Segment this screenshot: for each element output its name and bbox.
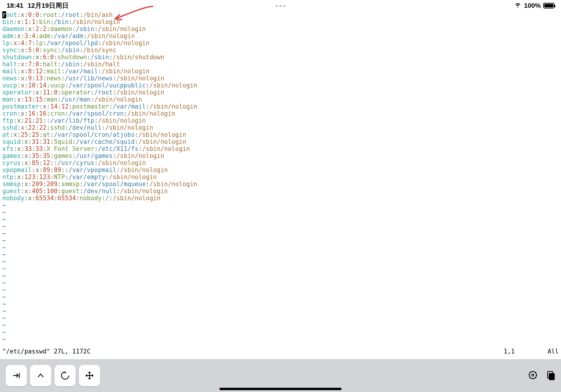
vim-tilde-line: ~ [2, 230, 561, 237]
vim-tilde-line: ~ [2, 244, 561, 251]
paste-icon[interactable] [545, 370, 555, 381]
vim-tilde-line: ~ [2, 223, 561, 230]
vim-tilde-line: ~ [2, 216, 561, 223]
passwd-line: guest:x:405:100:guest:/dev/null:/sbin/no… [2, 187, 561, 195]
vim-scroll-pos: All [548, 348, 559, 355]
passwd-line: news:x:9:13:news:/usr/lib/news:/sbin/nol… [2, 75, 561, 82]
settings-icon[interactable] [528, 370, 538, 381]
passwd-line: shutdown:x:6:0:shutdown:/sbin:/sbin/shut… [2, 54, 561, 61]
passwd-line: postmaster:x:14:12:postmaster:/var/mail:… [2, 103, 561, 110]
status-time: 18:41 [7, 2, 23, 9]
vim-tilde-line: ~ [2, 251, 561, 258]
vim-tilde-line: ~ [2, 307, 561, 315]
passwd-line: daemon:x:2:2:daemon:/sbin:/sbin/nologin [2, 25, 561, 33]
ios-status-bar: 18:41 12月19日周日 100% [0, 0, 561, 11]
vim-tilde-line: ~ [2, 265, 561, 272]
passwd-line: operator:x:11:0:operator:/root:/sbin/nol… [2, 89, 561, 96]
passwd-line: mail:x:8:12:mail:/var/mail:/sbin/nologin [2, 68, 561, 75]
passwd-line: lp:x:4:7:lp:/var/spool/lpd:/sbin/nologin [2, 40, 561, 46]
vim-tilde-line: ~ [2, 293, 561, 300]
vim-status-line: "/etc/passwd" 27L, 1172C 1,1 All [2, 348, 559, 355]
svg-point-1 [532, 374, 534, 376]
passwd-line: man:x:13:15:man:/usr/man:/sbin/nologin [2, 96, 561, 103]
vim-tilde-line: ~ [2, 279, 561, 286]
home-indicator[interactable] [219, 388, 342, 390]
status-date: 12月19日周日 [28, 1, 69, 10]
passwd-line: ftp:x:21:21::/var/lib/ftp:/sbin/nologin [2, 117, 561, 124]
passwd-line: cyrus:x:85:12::/usr/cyrus:/sbin/nologin [2, 159, 561, 166]
passwd-line: adm:x:3:4:adm:/var/adm:/sbin/nologin [2, 33, 561, 40]
vim-tilde-line: ~ [2, 202, 561, 209]
battery-icon [543, 3, 554, 9]
vim-tilde-line: ~ [2, 315, 561, 322]
passwd-line: sync:x:5:0:sync:/sbin:/bin/sync [2, 46, 561, 54]
tab-key-button[interactable] [6, 365, 27, 386]
passwd-line: squid:x:31:31:Squid:/var/cache/squid:/sb… [2, 138, 561, 145]
escape-key-button[interactable] [54, 365, 76, 386]
vim-tilde-line: ~ [2, 328, 561, 336]
passwd-line: xfs:x:33:33:X Font Server:/etc/X11/fs:/s… [2, 145, 561, 152]
passwd-line: sshd:x:22:22:sshd:/dev/null:/sbin/nologi… [2, 124, 561, 131]
svg-point-0 [529, 371, 537, 379]
vim-file-info: "/etc/passwd" 27L, 1172C [2, 348, 91, 355]
passwd-line: ntp:x:123:123:NTP:/var/empty:/sbin/nolog… [2, 174, 561, 181]
terminal-viewport[interactable]: root:x:0:0:root:/root:/bin/ashbin:x:1:1:… [0, 11, 561, 343]
vim-tilde-line: ~ [2, 272, 561, 279]
ctrl-key-button[interactable] [30, 365, 51, 386]
passwd-line: root:x:0:0:root:/root:/bin/ash [2, 11, 561, 18]
vim-tilde-line: ~ [2, 286, 561, 293]
svg-rect-3 [549, 373, 554, 380]
multitask-dots[interactable] [276, 5, 285, 7]
passwd-line: nobody:x:65534:65534:nobody:/:/sbin/nolo… [2, 195, 561, 202]
vim-tilde-line: ~ [2, 237, 561, 244]
vim-cursor-pos: 1,1 [504, 348, 515, 355]
passwd-line: halt:x:7:0:halt:/sbin:/sbin/halt [2, 61, 561, 68]
vim-tilde-line: ~ [2, 300, 561, 307]
arrows-key-button[interactable] [79, 365, 100, 386]
passwd-line: cron:x:16:16:cron:/var/spool/cron:/sbin/… [2, 110, 561, 117]
vim-tilde-line: ~ [2, 209, 561, 216]
passwd-line: bin:x:1:1:bin:/bin:/sbin/nologin [2, 18, 561, 25]
passwd-line: smmsp:x:209:209:smmsp:/var/spool/mqueue:… [2, 181, 561, 187]
vim-tilde-line: ~ [2, 336, 561, 343]
passwd-line: uucp:x:10:14:uucp:/var/spool/uucppublic:… [2, 82, 561, 89]
keyboard-toolbar [0, 359, 561, 392]
vim-tilde-line: ~ [2, 322, 561, 328]
wifi-icon [514, 1, 521, 10]
battery-percent: 100% [524, 2, 541, 9]
passwd-line: vpopmail:x:89:89::/var/vpopmail:/sbin/no… [2, 166, 561, 174]
passwd-line: games:x:35:35:games:/usr/games:/sbin/nol… [2, 152, 561, 159]
vim-tilde-line: ~ [2, 258, 561, 265]
passwd-line: at:x:25:25:at:/var/spool/cron/atjobs:/sb… [2, 131, 561, 138]
